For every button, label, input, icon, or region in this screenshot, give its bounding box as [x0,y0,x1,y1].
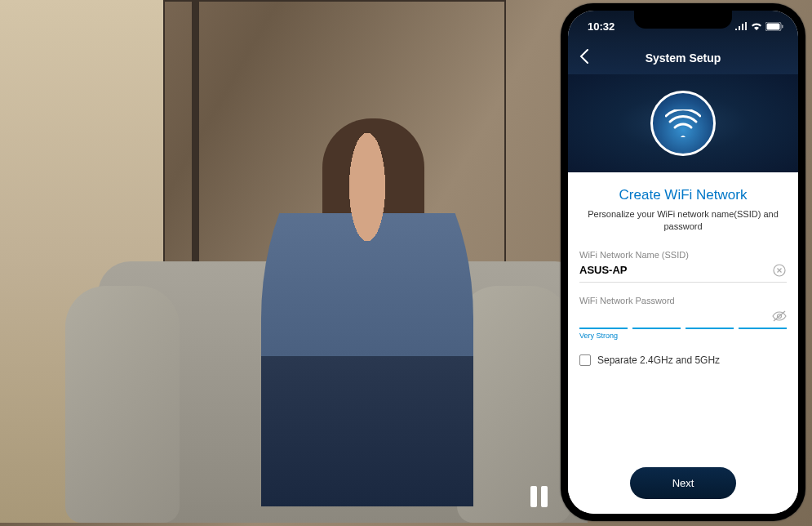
checkbox-label: Separate 2.4GHz and 5GHz [597,354,720,366]
strength-segment [632,328,681,329]
ssid-input-row[interactable] [579,263,787,283]
bg-person [261,131,473,506]
status-icons [735,22,783,31]
phone-screen: 10:32 System Setup [568,11,798,514]
pause-button[interactable] [530,486,548,507]
wifi-status-icon [751,22,762,30]
wifi-icon [665,109,701,137]
svg-rect-2 [782,25,783,28]
password-label: WiFi Network Password [579,296,787,305]
ssid-input[interactable] [579,264,772,276]
clear-input-button[interactable] [772,263,787,278]
form-content: Create WiFi Network Personalize your WiF… [568,172,798,514]
phone-notch [634,11,732,29]
signal-icon [735,22,748,30]
bg-sofa-arm [65,286,180,523]
ssid-label: WiFi Network Name (SSID) [579,250,787,260]
back-button[interactable] [579,49,588,67]
phone-device-frame: 10:32 System Setup [561,3,805,521]
chevron-left-icon [579,49,588,64]
pause-icon [530,486,537,507]
password-input[interactable] [579,310,772,322]
battery-icon [765,22,783,31]
form-title: Create WiFi Network [579,187,787,203]
bg-sofa-arm [457,286,571,523]
password-strength-label: Very Strong [579,332,787,340]
svg-rect-1 [767,23,780,29]
page-title: System Setup [646,51,721,65]
eye-off-icon [772,310,787,322]
password-strength-meter [579,328,787,329]
app-header: System Setup [568,42,798,74]
strength-segment [686,328,734,329]
password-input-row[interactable] [579,309,787,328]
separate-bands-checkbox[interactable]: Separate 2.4GHz and 5GHz [579,354,787,366]
toggle-password-visibility-button[interactable] [772,309,787,323]
clear-icon [773,264,786,277]
status-time: 10:32 [588,20,615,33]
pause-icon [541,486,548,507]
hero-banner [568,74,798,172]
wifi-hero-icon [650,91,716,156]
checkbox-icon [579,354,591,366]
strength-segment [739,328,787,329]
next-button[interactable]: Next [630,467,736,499]
spacer [579,366,787,467]
form-subtitle: Personalize your WiFi network name(SSID)… [579,208,787,234]
strength-segment [579,328,628,329]
